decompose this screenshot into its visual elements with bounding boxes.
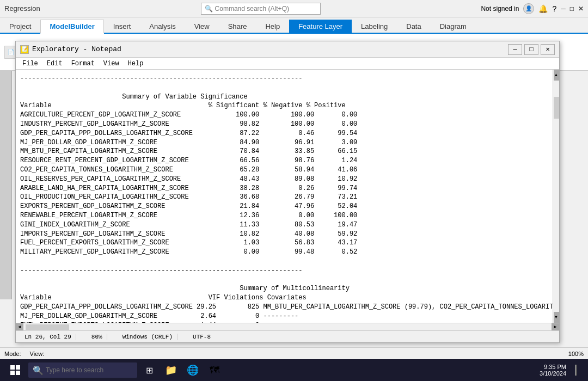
arcgis-app[interactable]: 🗺 — [205, 361, 224, 379]
zoom-percentage: 100% — [568, 351, 584, 357]
tab-help[interactable]: Help — [256, 20, 289, 33]
scroll-right[interactable]: ► — [552, 323, 559, 331]
tab-insert[interactable]: Insert — [104, 20, 140, 33]
menu-edit[interactable]: Edit — [42, 59, 67, 69]
view-label: View: — [30, 351, 45, 357]
tab-share[interactable]: Share — [219, 20, 256, 33]
scrollbar-thumb[interactable] — [554, 97, 559, 119]
minimize-icon[interactable]: ─ — [561, 5, 566, 13]
notepad-menubar: File Edit Format View Help — [16, 58, 559, 70]
top-bar: Regression 🔍 Not signed in 👤 🔔 ? ─ □ ✕ — [0, 0, 588, 17]
notepad-content[interactable]: ----------------------------------------… — [16, 70, 553, 323]
line-ending-status: Windows (CRLF) — [118, 334, 177, 340]
tab-modelbuilder[interactable]: ModelBuilder — [40, 20, 103, 34]
edge-app[interactable]: 🌐 — [183, 361, 203, 379]
search-container: 🔍 — [201, 3, 321, 15]
notepad-statusbar: Ln 26, Col 29 80% Windows (CRLF) UTF-8 — [16, 330, 559, 342]
taskbar-search-icon: 🔍 — [33, 365, 44, 376]
menu-format[interactable]: Format — [67, 59, 99, 69]
taskbar-search-input[interactable] — [46, 366, 133, 374]
side-panel — [0, 71, 12, 299]
windows-logo — [10, 365, 20, 375]
taskbar: 🔍 ⊞ 📁 🌐 🗺 9:35 PM 3/10/2024 — [0, 359, 588, 381]
tab-labeling[interactable]: Labeling — [352, 20, 397, 33]
notepad-title-text: Exploratory - Notepad — [32, 45, 121, 53]
zoom-status: 80% — [87, 334, 107, 340]
menu-view[interactable]: View — [99, 59, 124, 69]
notepad-titlebar: 📝 Exploratory - Notepad ─ □ ✕ — [16, 41, 559, 58]
taskbar-search[interactable]: 🔍 — [28, 362, 137, 378]
notepad-window: 📝 Exploratory - Notepad ─ □ ✕ File Edit … — [15, 41, 560, 343]
taskbar-date-display: 3/10/2024 — [540, 370, 566, 377]
not-signed-in-label: Not signed in — [481, 5, 519, 13]
arcgis-statusbar: Mode: View: 100% — [0, 347, 588, 359]
notification-icon[interactable]: 🔔 — [538, 4, 548, 13]
notepad-body: ----------------------------------------… — [16, 70, 559, 323]
encoding-status: UTF-8 — [188, 334, 215, 340]
notepad-title-area: 📝 Exploratory - Notepad — [20, 45, 121, 54]
top-bar-right: Not signed in 👤 🔔 ? ─ □ ✕ — [481, 3, 584, 14]
close-button[interactable]: ✕ — [541, 44, 555, 55]
tab-data[interactable]: Data — [397, 20, 430, 33]
mode-label: Mode: — [4, 351, 21, 357]
tab-project[interactable]: Project — [0, 20, 40, 33]
avatar[interactable]: 👤 — [523, 3, 534, 14]
notepad-app-icon: 📝 — [20, 45, 29, 54]
tab-analysis[interactable]: Analysis — [140, 20, 185, 33]
restore-button[interactable]: □ — [524, 44, 538, 55]
regression-label: Regression — [4, 4, 40, 13]
maximize-icon[interactable]: □ — [570, 5, 574, 13]
show-desktop-button[interactable] — [568, 361, 584, 379]
vertical-scrollbar[interactable]: ▲ ▼ — [553, 70, 559, 323]
taskbar-clock: 9:35 PM 3/10/2024 — [540, 364, 566, 377]
h-scrollbar-thumb[interactable] — [26, 324, 69, 330]
menu-help[interactable]: Help — [124, 59, 148, 69]
taskview-button[interactable]: ⊞ — [139, 361, 159, 379]
tab-view[interactable]: View — [185, 20, 219, 33]
minimize-button[interactable]: ─ — [508, 44, 522, 55]
top-bar-left: Regression — [4, 4, 40, 13]
horizontal-scrollbar[interactable]: ◄ ► — [16, 323, 559, 330]
tab-feature-layer[interactable]: Feature Layer — [289, 20, 352, 33]
notepad-controls: ─ □ ✕ — [508, 44, 555, 55]
start-button[interactable] — [4, 361, 26, 379]
help-icon[interactable]: ? — [552, 4, 556, 13]
ribbon-tabs: Project ModelBuilder Insert Analysis Vie… — [0, 17, 588, 34]
line-col-status: Ln 26, Col 29 — [20, 334, 76, 340]
close-icon[interactable]: ✕ — [578, 5, 584, 13]
search-input[interactable] — [215, 5, 302, 13]
scroll-left[interactable]: ◄ — [16, 323, 23, 331]
search-icon: 🔍 — [205, 5, 213, 13]
menu-file[interactable]: File — [18, 59, 42, 69]
tab-diagram[interactable]: Diagram — [431, 20, 476, 33]
file-explorer-app[interactable]: 📁 — [161, 361, 181, 379]
taskbar-time-display: 9:35 PM — [540, 364, 566, 370]
search-box[interactable]: 🔍 — [201, 3, 321, 15]
